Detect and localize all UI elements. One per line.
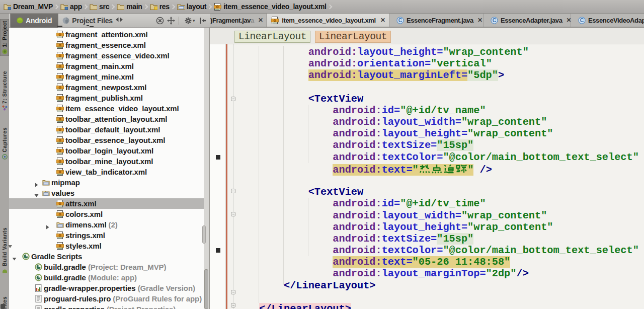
svg-text:C: C: [493, 17, 497, 23]
svg-text:C: C: [398, 17, 403, 23]
svg-text:C: C: [580, 17, 584, 23]
